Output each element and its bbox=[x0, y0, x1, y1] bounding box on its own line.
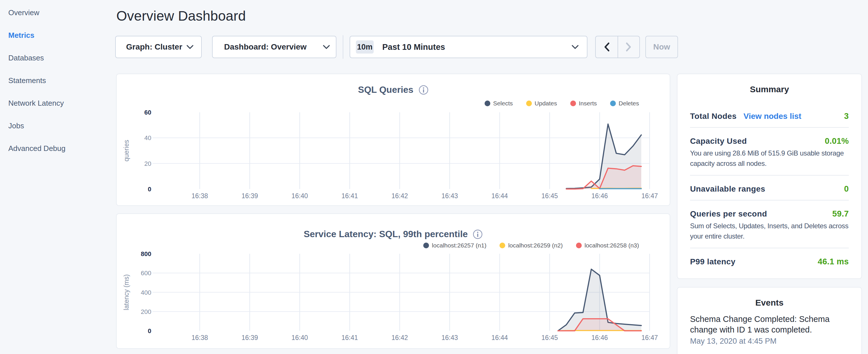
x-tick-label: 16:42 bbox=[392, 192, 408, 200]
time-window-pager bbox=[595, 36, 640, 58]
y-tick-label: 0 bbox=[148, 327, 151, 334]
x-tick-label: 16:43 bbox=[441, 192, 458, 200]
legend-item[interactable]: localhost:26257 (n1) bbox=[423, 242, 486, 249]
summary-title: Summary bbox=[677, 74, 861, 94]
x-tick-label: 16:39 bbox=[242, 334, 258, 342]
legend-label: Updates bbox=[535, 100, 557, 107]
x-tick-label: 16:41 bbox=[342, 192, 358, 200]
legend-item[interactable]: localhost:26259 (n2) bbox=[499, 242, 562, 249]
sidebar-item-network-latency[interactable]: Network Latency bbox=[8, 99, 106, 107]
sidebar-item-jobs[interactable]: Jobs bbox=[8, 122, 106, 130]
x-tick-label: 16:45 bbox=[541, 334, 558, 342]
sidebar-item-advanced-debug[interactable]: Advanced Debug bbox=[8, 144, 106, 152]
graph-scope-dropdown-label: Graph: Cluster bbox=[126, 42, 182, 52]
summary-row-label: Total Nodes bbox=[690, 112, 737, 121]
chevron-down-icon bbox=[323, 45, 330, 49]
x-tick-label: 16:40 bbox=[291, 334, 308, 342]
legend-item[interactable]: Deletes bbox=[610, 100, 639, 107]
legend-label: localhost:26259 (n2) bbox=[508, 242, 562, 249]
summary-row-description: You are using 28.6 MiB of 515.9 GiB usab… bbox=[690, 148, 849, 169]
summary-panel: Summary Total Nodes View nodes list 3 Ca… bbox=[677, 74, 862, 279]
x-tick-label: 16:40 bbox=[291, 192, 308, 200]
y-tick-label: 20 bbox=[145, 160, 151, 167]
view-nodes-list-link[interactable]: View nodes list bbox=[744, 112, 802, 121]
summary-row-p99-latency: P99 latency 46.1 ms bbox=[690, 248, 849, 273]
prev-time-window-button[interactable] bbox=[596, 36, 618, 58]
time-range-dropdown[interactable]: 10m Past 10 Minutes bbox=[350, 36, 587, 58]
x-tick-label: 16:46 bbox=[591, 334, 608, 342]
dashboard-dropdown-label: Dashboard: Overview bbox=[224, 42, 307, 52]
x-tick-label: 16:42 bbox=[392, 334, 408, 342]
y-tick-label: 40 bbox=[145, 134, 151, 141]
summary-row-label: Capacity Used bbox=[690, 137, 747, 146]
y-tick-label: 60 bbox=[145, 109, 151, 116]
event-item-timestamp: May 13, 2020 at 4:45 PM bbox=[690, 337, 849, 346]
legend-dot-icon bbox=[610, 100, 616, 106]
legend-label: localhost:26257 (n1) bbox=[432, 242, 486, 249]
sidebar-item-metrics[interactable]: Metrics bbox=[8, 31, 106, 39]
summary-row-unavailable-ranges: Unavailable ranges 0 bbox=[690, 175, 849, 200]
y-tick-label: 600 bbox=[141, 269, 151, 277]
x-tick-label: 16:45 bbox=[541, 192, 558, 200]
y-tick-label: 400 bbox=[141, 289, 151, 296]
summary-row-label: P99 latency bbox=[690, 257, 736, 266]
chevron-down-icon bbox=[186, 45, 194, 49]
legend-label: Deletes bbox=[619, 100, 639, 107]
legend-dot-icon bbox=[576, 243, 582, 248]
legend-item[interactable]: Selects bbox=[485, 100, 513, 107]
summary-row-queries-per-second: Queries per second 59.7 Sum of Selects, … bbox=[690, 200, 849, 248]
chevron-left-icon bbox=[603, 42, 610, 52]
next-time-window-button[interactable] bbox=[618, 36, 639, 58]
sidebar-item-statements[interactable]: Statements bbox=[8, 76, 106, 85]
x-tick-label: 16:43 bbox=[441, 334, 458, 342]
event-item-text[interactable]: Schema Change Completed: Schema change w… bbox=[690, 314, 839, 335]
summary-row-value: 59.7 bbox=[832, 209, 849, 219]
summary-row-value: 46.1 ms bbox=[817, 257, 849, 266]
chart-title: SQL Queries bbox=[358, 85, 413, 95]
y-axis-unit-label: queries bbox=[123, 140, 130, 161]
chart-legend: SelectsUpdatesInsertsDeletes bbox=[485, 100, 639, 107]
x-tick-label: 16:46 bbox=[591, 192, 608, 200]
time-range-badge: 10m bbox=[356, 40, 374, 54]
x-tick-label: 16:38 bbox=[191, 192, 208, 200]
legend-label: localhost:26258 (n3) bbox=[585, 242, 639, 249]
legend-item[interactable]: Updates bbox=[526, 100, 557, 107]
sql-queries-chart-card: SQL Queries SelectsUpdatesInsertsDeletes… bbox=[116, 74, 670, 206]
chart-header: Service Latency: SQL, 99th percentile bbox=[117, 229, 670, 239]
service-latency-chart-card: Service Latency: SQL, 99th percentile lo… bbox=[116, 213, 670, 349]
summary-row-label: Queries per second bbox=[690, 210, 767, 219]
info-icon[interactable] bbox=[473, 229, 483, 239]
chart-legend: localhost:26257 (n1)localhost:26259 (n2)… bbox=[423, 242, 639, 249]
summary-row-description: Sum of Selects, Updates, Inserts, and De… bbox=[690, 221, 849, 242]
legend-dot-icon bbox=[499, 243, 505, 248]
info-icon[interactable] bbox=[419, 85, 428, 95]
x-tick-label: 16:47 bbox=[641, 334, 658, 342]
dashboard-dropdown[interactable]: Dashboard: Overview bbox=[212, 36, 336, 58]
legend-dot-icon bbox=[570, 100, 576, 106]
events-panel: Events Schema Change Completed: Schema c… bbox=[677, 287, 862, 354]
legend-item[interactable]: Inserts bbox=[570, 100, 597, 107]
chevron-down-icon bbox=[571, 45, 579, 49]
legend-dot-icon bbox=[526, 100, 532, 106]
summary-row-value: 0 bbox=[844, 184, 849, 194]
x-tick-label: 16:44 bbox=[492, 192, 508, 200]
legend-item[interactable]: localhost:26258 (n3) bbox=[576, 242, 639, 249]
x-tick-label: 16:44 bbox=[492, 334, 508, 342]
x-tick-label: 16:39 bbox=[242, 192, 258, 200]
sidebar-item-databases[interactable]: Databases bbox=[8, 54, 106, 62]
chart-header: SQL Queries bbox=[117, 85, 670, 95]
summary-row-value: 3 bbox=[844, 111, 849, 121]
legend-label: Inserts bbox=[579, 100, 597, 107]
now-button[interactable]: Now bbox=[645, 36, 678, 58]
time-range-label: Past 10 Minutes bbox=[382, 42, 571, 52]
sidebar-item-overview[interactable]: Overview bbox=[8, 9, 106, 17]
y-axis-unit-label: latency (ms) bbox=[123, 275, 130, 310]
y-tick-label: 200 bbox=[141, 308, 151, 315]
x-tick-label: 16:38 bbox=[191, 334, 208, 342]
legend-dot-icon bbox=[485, 100, 490, 106]
page-title: Overview Dashboard bbox=[116, 9, 246, 23]
x-tick-label: 16:41 bbox=[342, 334, 358, 342]
sidebar: Overview Metrics Databases Statements Ne… bbox=[8, 9, 106, 167]
chart-title: Service Latency: SQL, 99th percentile bbox=[304, 229, 468, 239]
graph-scope-dropdown[interactable]: Graph: Cluster bbox=[115, 36, 202, 58]
